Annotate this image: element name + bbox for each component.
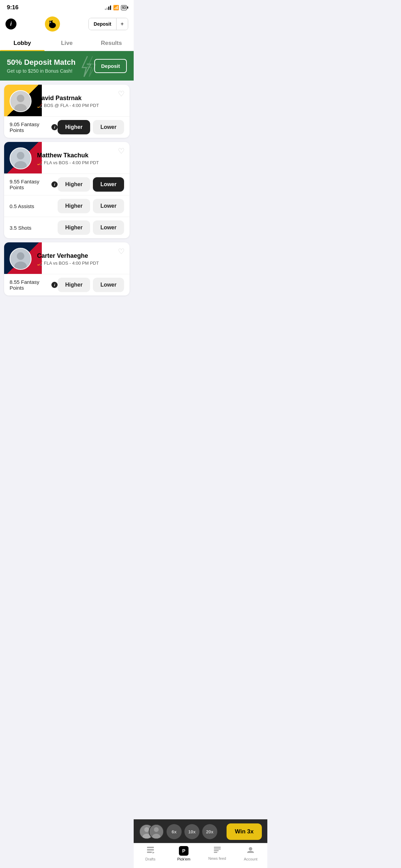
hockey-icon: 🏒 bbox=[37, 160, 42, 165]
stat-label: 3.5 Shots bbox=[10, 225, 31, 231]
favorite-button[interactable]: ♡ bbox=[118, 147, 125, 156]
player-name: Matthew Tkachuk bbox=[37, 152, 124, 159]
pick-buttons: Higher Lower bbox=[58, 177, 124, 192]
status-time: 9:16 bbox=[7, 4, 19, 11]
lower-button[interactable]: Lower bbox=[93, 220, 124, 235]
stat-info-icon[interactable]: i bbox=[51, 282, 58, 288]
stat-label: 9.55 Fantasy Points i bbox=[10, 179, 58, 190]
player-card: Matthew Tkachuk 🏒 FLA vs BOS - 4:00 PM P… bbox=[4, 142, 130, 238]
player-team: 🏒 FLA vs BOS - 4:00 PM PDT bbox=[37, 261, 124, 266]
deposit-plus-button[interactable]: + bbox=[116, 18, 128, 30]
player-avatar-image bbox=[10, 91, 31, 111]
player-team: 🏒 BOS @ FLA - 4:00 PM PDT bbox=[37, 103, 124, 108]
pick-buttons: Higher Lower bbox=[58, 199, 124, 213]
stat-info-icon[interactable]: i bbox=[51, 181, 58, 188]
avatar bbox=[10, 90, 32, 112]
stat-row: 0.5 Assists Higher Lower bbox=[4, 195, 130, 217]
player-team: 🏒 FLA vs BOS - 4:00 PM PDT bbox=[37, 160, 124, 165]
deposit-button-group[interactable]: Deposit + bbox=[88, 18, 128, 30]
signal-icon bbox=[105, 5, 111, 10]
lower-button[interactable]: Lower bbox=[93, 199, 124, 213]
team-label: BOS @ FLA - 4:00 PM PDT bbox=[44, 103, 99, 108]
promo-deposit-button[interactable]: Deposit bbox=[94, 59, 127, 73]
player-avatar-image bbox=[10, 148, 31, 169]
lower-button[interactable]: Lower bbox=[93, 177, 124, 192]
card-header: Matthew Tkachuk 🏒 FLA vs BOS - 4:00 PM P… bbox=[4, 142, 130, 173]
avatar bbox=[10, 147, 32, 169]
svg-point-4 bbox=[50, 22, 51, 23]
higher-button[interactable]: Higher bbox=[58, 177, 90, 192]
player-name: David Pastrnak bbox=[37, 95, 124, 102]
higher-button[interactable]: Higher bbox=[58, 278, 90, 292]
app-logo bbox=[45, 16, 60, 32]
stat-row: 3.5 Shots Higher Lower bbox=[4, 217, 130, 238]
promo-headline: 50% Deposit Match bbox=[7, 58, 76, 67]
pick-buttons: Higher Lower bbox=[58, 220, 124, 235]
battery-icon: 93 bbox=[121, 5, 127, 10]
lower-button[interactable]: Lower bbox=[93, 120, 124, 134]
hockey-icon: 🏒 bbox=[37, 103, 42, 108]
team-label: FLA vs BOS - 4:00 PM PDT bbox=[44, 160, 99, 165]
info-icon[interactable]: i bbox=[5, 19, 16, 29]
pick-buttons: Higher Lower bbox=[58, 278, 124, 292]
stat-row: 9.05 Fantasy Points i Higher Lower bbox=[4, 116, 130, 138]
header: i Deposit + bbox=[0, 14, 134, 36]
status-icons: 📶 93 bbox=[105, 5, 127, 10]
pick-buttons: Higher Lower bbox=[58, 120, 124, 134]
status-bar: 9:16 📶 93 bbox=[0, 0, 134, 14]
stat-label: 8.55 Fantasy Points i bbox=[10, 279, 58, 291]
stat-info-icon[interactable]: i bbox=[51, 124, 58, 130]
player-avatar-image bbox=[10, 249, 31, 269]
hockey-icon: 🏒 bbox=[37, 261, 42, 266]
stat-row: 8.55 Fantasy Points i Higher Lower bbox=[4, 274, 130, 296]
tab-live[interactable]: Live bbox=[45, 36, 89, 51]
svg-point-11 bbox=[17, 152, 24, 159]
team-label: FLA vs BOS - 4:00 PM PDT bbox=[44, 261, 99, 266]
avatar bbox=[10, 248, 32, 270]
favorite-button[interactable]: ♡ bbox=[118, 89, 125, 98]
card-header: Carter Verhaeghe 🏒 FLA vs BOS - 4:00 PM … bbox=[4, 242, 130, 274]
svg-point-8 bbox=[17, 95, 24, 102]
lower-button[interactable]: Lower bbox=[93, 278, 124, 292]
higher-button[interactable]: Higher bbox=[58, 120, 90, 134]
logo-svg bbox=[46, 18, 59, 30]
nav-tabs: Lobby Live Results bbox=[0, 36, 134, 51]
promo-subtext: Get up to $250 in Bonus Cash! bbox=[7, 68, 76, 74]
svg-point-14 bbox=[17, 252, 24, 260]
stat-label: 0.5 Assists bbox=[10, 203, 34, 209]
card-header: David Pastrnak 🏒 BOS @ FLA - 4:00 PM PDT… bbox=[4, 85, 130, 116]
stat-row: 9.55 Fantasy Points i Higher Lower bbox=[4, 173, 130, 195]
player-card: David Pastrnak 🏒 BOS @ FLA - 4:00 PM PDT… bbox=[4, 85, 130, 138]
player-name: Carter Verhaeghe bbox=[37, 252, 124, 260]
higher-button[interactable]: Higher bbox=[58, 199, 90, 213]
tab-lobby[interactable]: Lobby bbox=[0, 36, 45, 51]
lightning-decoration bbox=[75, 55, 96, 80]
stat-label: 9.05 Fantasy Points i bbox=[10, 121, 58, 133]
promo-banner: 50% Deposit Match Get up to $250 in Bonu… bbox=[0, 51, 134, 81]
higher-button[interactable]: Higher bbox=[58, 220, 90, 235]
deposit-button[interactable]: Deposit bbox=[89, 18, 116, 30]
player-card: Carter Verhaeghe 🏒 FLA vs BOS - 4:00 PM … bbox=[4, 242, 130, 296]
favorite-button[interactable]: ♡ bbox=[118, 247, 125, 256]
tab-results[interactable]: Results bbox=[89, 36, 134, 51]
player-cards-list: David Pastrnak 🏒 BOS @ FLA - 4:00 PM PDT… bbox=[0, 81, 134, 348]
wifi-icon: 📶 bbox=[113, 5, 119, 10]
